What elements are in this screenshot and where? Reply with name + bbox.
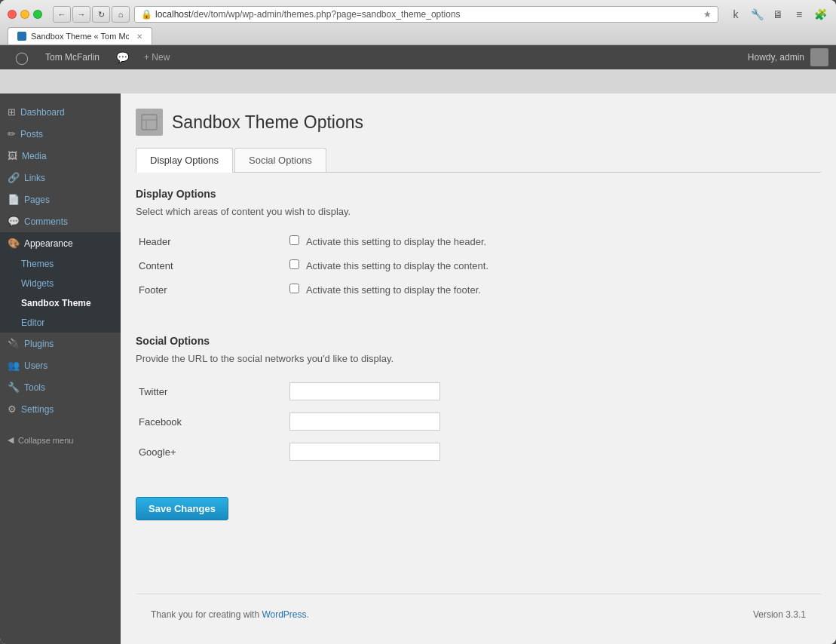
expand-icon[interactable]: ⤢ (817, 9, 824, 19)
sidebar-label-appearance: Appearance (24, 238, 73, 249)
forward-button[interactable]: → (72, 6, 90, 23)
admin-bar-new[interactable]: + New (136, 45, 177, 69)
page-header: Sandbox Theme Options (136, 109, 821, 136)
admin-bar-right: Howdy, admin (742, 48, 828, 66)
home-button[interactable]: ⌂ (112, 6, 130, 23)
sidebar-item-dashboard[interactable]: ⊞ Dashboard (0, 101, 121, 123)
sidebar-item-appearance[interactable]: 🎨 Appearance (0, 232, 121, 254)
tab-close-icon[interactable]: ✕ (136, 32, 142, 41)
sidebar-item-plugins[interactable]: 🔌 Plugins (0, 333, 121, 354)
dashboard-icon: ⊞ (8, 106, 16, 118)
sidebar-item-settings[interactable]: ⚙ Settings (0, 398, 121, 420)
sidebar-label-links: Links (24, 173, 45, 183)
settings-icon: ⚙ (8, 403, 17, 415)
sidebar-item-pages[interactable]: 📄 Pages (0, 189, 121, 210)
pages-icon: 📄 (8, 194, 20, 205)
content-checkbox[interactable] (289, 259, 299, 269)
k-icon[interactable]: k (727, 6, 744, 23)
sidebar-item-comments[interactable]: 💬 Comments (0, 210, 121, 232)
sidebar-label-comments: Comments (24, 216, 68, 227)
social-options-heading: Social Options (136, 335, 821, 347)
sidebar-label-dashboard: Dashboard (20, 107, 65, 118)
sidebar-submenu-themes[interactable]: Themes (0, 254, 121, 274)
wordpress-link[interactable]: WordPress (262, 609, 306, 620)
social-options-section: Social Options Provide the URL to the so… (136, 335, 821, 482)
tab-title: Sandbox Theme « Tom McFa... (31, 32, 129, 41)
media-icon: 🖼 (8, 150, 17, 161)
screen-icon[interactable]: 🖥 (770, 6, 786, 23)
sidebar-submenu-sandbox-theme-label: Sandbox Theme (21, 298, 91, 308)
url-text: localhost/dev/tom/wp/wp-admin/themes.php… (155, 9, 461, 20)
sidebar-item-tools[interactable]: 🔧 Tools (0, 376, 121, 398)
wp-logo-button[interactable]: ◯ (8, 45, 36, 69)
howdy-text: Howdy, admin (742, 52, 810, 63)
collapse-label: Collapse menu (18, 436, 73, 445)
content-label: Content (136, 253, 286, 278)
tab-display-options[interactable]: Display Options (136, 148, 233, 173)
browser-tab[interactable]: Sandbox Theme « Tom McFa... ✕ (8, 27, 152, 44)
header-checkbox[interactable] (289, 235, 299, 245)
sidebar-submenu-widgets-label: Widgets (21, 278, 54, 289)
sidebar-item-links[interactable]: 🔗 Links (0, 167, 121, 189)
maximize-button[interactable] (33, 10, 42, 19)
reload-button[interactable]: ↻ (92, 6, 110, 23)
page-icon (136, 109, 163, 136)
googleplus-label: Google+ (136, 437, 286, 467)
minimize-button[interactable] (20, 10, 29, 19)
display-options-heading: Display Options (136, 188, 821, 200)
admin-bar-left: ◯ Tom McFarlin 💬 + New (8, 45, 177, 69)
googleplus-input[interactable] (289, 443, 440, 461)
sidebar-label-users: Users (24, 360, 47, 371)
sidebar-label-settings: Settings (21, 404, 54, 415)
sidebar-item-users[interactable]: 👥 Users (0, 354, 121, 376)
version-text: Version 3.3.1 (753, 609, 806, 620)
appearance-icon: 🎨 (8, 238, 20, 249)
sidebar-label-plugins: Plugins (24, 339, 54, 349)
tool-icon[interactable]: 🔧 (749, 6, 765, 23)
traffic-lights (8, 10, 42, 19)
page-title: Sandbox Theme Options (172, 112, 363, 133)
sidebar-submenu-themes-label: Themes (21, 259, 54, 269)
sidebar-label-pages: Pages (24, 195, 50, 205)
footer-checkbox[interactable] (289, 284, 299, 293)
layers-icon[interactable]: ≡ (791, 6, 807, 23)
sidebar-item-media[interactable]: 🖼 Media (0, 145, 121, 167)
social-options-table: Twitter Facebook Google+ (136, 376, 821, 467)
facebook-label: Facebook (136, 406, 286, 437)
admin-bar-site-name[interactable]: Tom McFarlin (36, 45, 109, 69)
display-options-section: Display Options Select which areas of co… (136, 188, 821, 320)
plugins-icon: 🔌 (8, 338, 20, 349)
links-icon: 🔗 (8, 172, 20, 183)
address-bar[interactable]: 🔒 localhost/dev/tom/wp/wp-admin/themes.p… (134, 6, 718, 23)
collapse-menu[interactable]: ◀ Collapse menu (0, 428, 121, 452)
admin-avatar (810, 48, 828, 66)
admin-bar-comments[interactable]: 💬 (109, 45, 136, 69)
table-row: Google+ (136, 437, 821, 467)
sidebar-submenu-widgets[interactable]: Widgets (0, 274, 121, 293)
posts-icon: ✏ (8, 128, 16, 140)
footer-text: Thank you for creating with WordPress. (151, 609, 309, 620)
users-icon: 👥 (8, 360, 20, 371)
facebook-input[interactable] (289, 412, 440, 431)
comments-icon: 💬 (8, 216, 20, 227)
table-row: Footer Activate this setting to display … (136, 278, 821, 302)
sidebar-label-tools: Tools (24, 382, 45, 393)
twitter-input[interactable] (289, 382, 440, 400)
header-label: Header (136, 229, 286, 253)
table-row: Header Activate this setting to display … (136, 229, 821, 253)
sidebar-submenu-sandbox-theme[interactable]: Sandbox Theme (0, 293, 121, 313)
sidebar: ⊞ Dashboard ✏ Posts 🖼 Media 🔗 Links (0, 94, 121, 644)
sidebar-submenu-editor[interactable]: Editor (0, 313, 121, 333)
sidebar-label-media: Media (22, 151, 47, 161)
save-changes-button[interactable]: Save Changes (136, 497, 228, 520)
close-button[interactable] (8, 10, 17, 19)
back-button[interactable]: ← (53, 6, 71, 23)
tab-social-options[interactable]: Social Options (234, 148, 326, 172)
sidebar-label-posts: Posts (20, 129, 43, 140)
table-row: Content Activate this setting to display… (136, 253, 821, 278)
table-row: Facebook (136, 406, 821, 437)
main-content: Sandbox Theme Options Display Options So… (121, 94, 836, 644)
footer-label: Footer (136, 278, 286, 302)
collapse-icon: ◀ (8, 435, 14, 445)
sidebar-item-posts[interactable]: ✏ Posts (0, 123, 121, 145)
